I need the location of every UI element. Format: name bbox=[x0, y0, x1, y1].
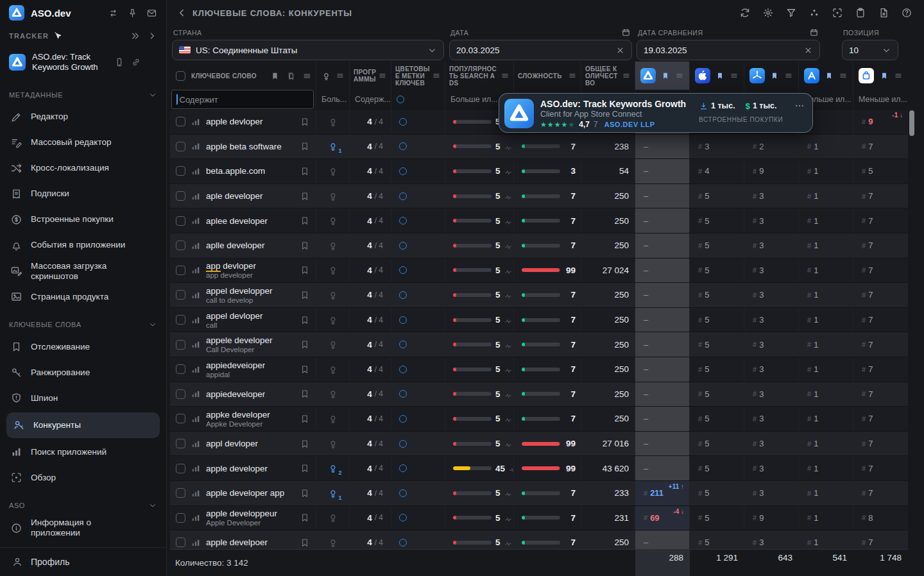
bookmark-icon[interactable] bbox=[770, 71, 779, 80]
bookmark-icon[interactable] bbox=[300, 439, 310, 449]
suggestions-bulb-icon[interactable] bbox=[327, 413, 339, 425]
table-row[interactable]: aple developer 4/ 4 5 7 250 – #5 #3 #1 #… bbox=[170, 184, 908, 209]
bookmark-icon[interactable] bbox=[300, 339, 310, 350]
back-button[interactable] bbox=[176, 7, 187, 19]
sparkline-icon[interactable] bbox=[504, 242, 512, 249]
sidebar-item-scan[interactable]: Обзор bbox=[0, 465, 166, 491]
bookmark-icon[interactable] bbox=[300, 364, 310, 375]
position-select[interactable]: 10 bbox=[842, 40, 898, 60]
keyword-text[interactable]: appel developper bbox=[206, 286, 273, 296]
table-row[interactable]: appl devloper 4/ 4 5 99 27 016 – #5 #3 #… bbox=[170, 432, 908, 457]
table-row[interactable]: appel devloper call 4/ 4 5 7 250 – #5 #3… bbox=[170, 308, 908, 333]
row-checkbox[interactable] bbox=[176, 340, 185, 350]
row-checkbox[interactable] bbox=[176, 464, 185, 473]
bulb-filter[interactable]: Боль... bbox=[316, 90, 350, 109]
bookmark-icon[interactable] bbox=[300, 315, 310, 325]
chart-icon[interactable] bbox=[191, 512, 201, 523]
row-checkbox[interactable] bbox=[176, 315, 185, 325]
chart-icon[interactable] bbox=[191, 216, 201, 226]
row-checkbox[interactable] bbox=[176, 513, 185, 523]
suggestions-bulb-icon[interactable] bbox=[327, 364, 339, 375]
country-select[interactable]: US: Соединенные Штаты bbox=[172, 40, 444, 60]
app-column-testflight[interactable] bbox=[744, 62, 799, 90]
color-label-ring[interactable] bbox=[399, 415, 407, 423]
suggestions-bulb-icon[interactable] bbox=[327, 116, 339, 128]
app-column-apple-developer[interactable] bbox=[690, 62, 744, 90]
bookmark-copy-icon[interactable] bbox=[286, 71, 296, 81]
developer-name[interactable]: ASO.DEV LLP bbox=[604, 121, 655, 128]
sparkline-icon[interactable] bbox=[504, 316, 512, 323]
suggestions-bulb-icon[interactable] bbox=[327, 191, 339, 202]
keyword-text[interactable]: apple developer bbox=[206, 464, 268, 473]
chart-icon[interactable] bbox=[191, 364, 201, 375]
suggestions-bulb-icon[interactable] bbox=[327, 215, 339, 226]
select-all-checkbox[interactable] bbox=[176, 71, 185, 81]
keyword-text[interactable]: beta.apple.com bbox=[206, 166, 265, 176]
keyword-filter-input[interactable] bbox=[171, 90, 314, 109]
chart-icon[interactable] bbox=[191, 117, 201, 127]
app-column-asodev[interactable] bbox=[635, 62, 690, 90]
sidebar-item-receipt[interactable]: Подписки bbox=[0, 182, 166, 207]
suggestions-bulb-icon[interactable] bbox=[327, 165, 339, 177]
bookmark-icon[interactable] bbox=[661, 71, 670, 80]
app-column-app-store[interactable] bbox=[799, 62, 853, 90]
sparkline-icon[interactable] bbox=[504, 217, 512, 224]
row-checkbox[interactable] bbox=[176, 538, 185, 547]
row-checkbox[interactable] bbox=[176, 191, 185, 201]
column-menu-icon[interactable] bbox=[894, 71, 903, 80]
column-menu-icon[interactable] bbox=[675, 71, 684, 80]
sparkline-icon[interactable] bbox=[504, 440, 512, 447]
keyword-text[interactable]: appiedeveloper bbox=[206, 389, 265, 399]
row-checkbox[interactable] bbox=[176, 241, 185, 250]
color-label-ring[interactable] bbox=[399, 539, 407, 546]
bookmark-icon[interactable] bbox=[825, 71, 834, 80]
sidebar-item-bookmark[interactable]: Отслеживание bbox=[0, 334, 166, 360]
total-column-header[interactable]: ОБЩЕЕ КОЛИЧЕСТВО bbox=[585, 65, 620, 87]
sparkline-icon[interactable] bbox=[504, 514, 512, 521]
sidebar-item-dollar[interactable]: Встроенные покупки bbox=[0, 207, 166, 233]
calendar-icon[interactable] bbox=[621, 28, 631, 37]
suggestions-bulb-icon[interactable] bbox=[327, 537, 339, 548]
bookmark-icon[interactable] bbox=[300, 265, 310, 275]
color-label-ring[interactable] bbox=[399, 266, 407, 274]
link-icon[interactable] bbox=[131, 57, 141, 67]
color-label-ring[interactable] bbox=[399, 167, 407, 175]
clipboard-icon[interactable] bbox=[855, 7, 866, 19]
row-checkbox[interactable] bbox=[176, 364, 185, 374]
column-menu-icon[interactable] bbox=[784, 71, 793, 80]
popularity-column-header[interactable]: ПОПУЛЯРНОСТЬ SEARCH ADS bbox=[449, 65, 499, 87]
color-label-ring[interactable] bbox=[399, 489, 407, 497]
table-row[interactable]: apple developpeur Apple Developer 4/ 4 5… bbox=[170, 506, 908, 531]
section-label[interactable]: ASO bbox=[0, 491, 166, 515]
keyword-text[interactable]: appele developer bbox=[206, 335, 273, 345]
column-menu-icon[interactable] bbox=[302, 71, 312, 81]
table-row[interactable]: app devloper app developer 4/ 4 5 99 27 … bbox=[170, 258, 908, 284]
column-menu-icon[interactable] bbox=[622, 71, 631, 80]
chart-icon[interactable] bbox=[191, 191, 201, 201]
column-menu-icon[interactable] bbox=[501, 71, 509, 80]
suggestions-bulb-icon[interactable]: 1 bbox=[327, 487, 339, 499]
mail-icon[interactable] bbox=[146, 8, 157, 19]
suggestions-bulb-icon[interactable]: 1 bbox=[327, 140, 339, 152]
funnel-icon[interactable] bbox=[785, 7, 797, 19]
sparkline-icon[interactable] bbox=[509, 465, 514, 472]
suggestions-column-icon[interactable] bbox=[321, 71, 332, 81]
keyword-text[interactable]: aplle developer bbox=[206, 241, 265, 250]
more-options-icon[interactable] bbox=[794, 101, 805, 111]
color-label-ring[interactable] bbox=[399, 390, 407, 398]
column-menu-icon[interactable] bbox=[568, 71, 577, 80]
scan-icon[interactable] bbox=[832, 7, 843, 19]
keyword-text[interactable]: apple devloper bbox=[206, 117, 263, 126]
keyword-text[interactable]: aple developer bbox=[206, 191, 263, 201]
row-checkbox[interactable] bbox=[176, 117, 185, 126]
keyword-text[interactable]: appel devloper bbox=[206, 311, 263, 321]
chart-icon[interactable] bbox=[191, 241, 201, 251]
suggestions-bulb-icon[interactable] bbox=[327, 314, 339, 326]
bookmark-icon[interactable] bbox=[300, 389, 310, 399]
difficulty-column-header[interactable]: СЛОЖНОСТЬ bbox=[518, 72, 567, 80]
sparkline-icon[interactable] bbox=[504, 192, 512, 199]
label-filter[interactable] bbox=[391, 90, 445, 109]
column-menu-icon[interactable] bbox=[378, 71, 387, 80]
sparkline-icon[interactable] bbox=[504, 415, 512, 422]
phone-icon[interactable] bbox=[114, 57, 124, 67]
